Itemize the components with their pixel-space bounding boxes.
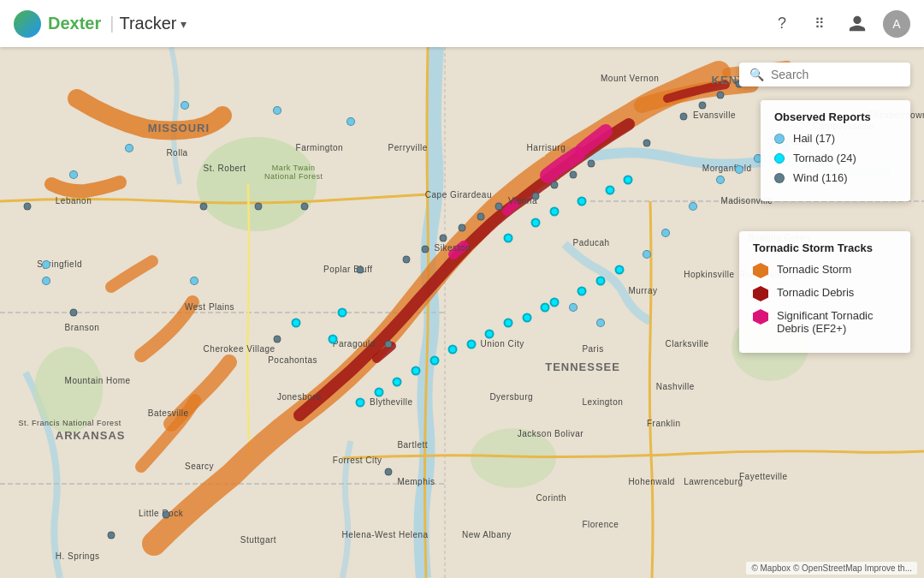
- obs-dot: [569, 303, 578, 312]
- hail-legend-label: Hail (17): [793, 132, 835, 145]
- sig-debris-label: Significant TornadicDebris (EF2+): [777, 309, 874, 335]
- obs-dot: [550, 297, 560, 307]
- map-attribution: © Mapbox © OpenStreetMap Improve th...: [746, 562, 917, 575]
- app-header: Dexter | Tracker ▾ ? ⠿ A: [0, 0, 924, 47]
- city-label: Lawrenceburg: [684, 477, 743, 486]
- obs-dot: [643, 139, 651, 146]
- obs-dot: [448, 345, 458, 355]
- obs-dot: [531, 217, 541, 227]
- module-dropdown[interactable]: ▾: [181, 17, 187, 31]
- account-button[interactable]: [845, 12, 869, 36]
- obs-dot: [680, 112, 688, 120]
- city-label: Poplar Bluff: [323, 265, 373, 274]
- obs-dot: [532, 192, 540, 200]
- obs-dot: [477, 213, 484, 221]
- title-separator: |: [110, 14, 114, 33]
- obs-dot: [273, 106, 281, 115]
- obs-dot: [346, 117, 355, 126]
- search-input[interactable]: [771, 68, 900, 81]
- obs-dot: [255, 203, 263, 211]
- hail-legend-dot: [774, 134, 785, 144]
- city-label: Little Rock: [139, 509, 183, 518]
- city-label: Mountain Home: [65, 376, 131, 385]
- city-label: Jackson: [518, 429, 552, 438]
- city-label: Perryville: [388, 143, 428, 152]
- obs-dot: [412, 366, 421, 376]
- city-label: Bolivar: [554, 429, 583, 438]
- tornadic-debris-item: Tornadic Debris: [753, 286, 897, 301]
- module-name: Tracker: [119, 14, 176, 33]
- city-label: New Albany: [462, 530, 512, 539]
- hail-legend-item: Hail (17): [774, 132, 897, 145]
- obs-dot: [643, 250, 651, 259]
- city-label: Helena-West Helena: [342, 530, 429, 539]
- app-name: Dexter: [48, 14, 101, 33]
- sig-debris-item: Significant TornadicDebris (EF2+): [753, 309, 897, 335]
- apps-button[interactable]: ⠿: [808, 12, 832, 36]
- obs-dot: [374, 388, 383, 397]
- obs-dot: [291, 319, 300, 328]
- obs-dot: [485, 329, 495, 338]
- obs-dot: [569, 170, 577, 178]
- city-label: Nashville: [656, 382, 695, 391]
- city-label: ARKANSAS: [56, 429, 126, 442]
- search-panel: 🔍: [739, 63, 910, 86]
- city-label: Lebanon: [56, 196, 92, 206]
- city-label: Corinth: [536, 493, 566, 503]
- obs-dot: [550, 207, 560, 217]
- obs-dot: [356, 398, 365, 408]
- city-label: Clarksville: [666, 339, 709, 349]
- obs-dot: [624, 176, 633, 185]
- app-logo: [14, 10, 41, 38]
- sig-debris-icon: [753, 309, 768, 325]
- city-label: Hopkinsville: [684, 270, 734, 279]
- obs-dot: [596, 319, 605, 327]
- obs-dot: [551, 182, 559, 189]
- map-container[interactable]: MISSOURIARKANSASTENNESSEEKENTUCKYRollaSt…: [0, 47, 924, 578]
- obs-dot: [698, 102, 706, 110]
- obs-dot: [661, 229, 670, 237]
- city-label: Evansville: [693, 110, 736, 120]
- obs-dot: [384, 468, 392, 476]
- observed-reports-legend: Observed Reports Hail (17) Tornado (24) …: [761, 100, 910, 201]
- obs-dot: [301, 203, 309, 211]
- city-label: Bartlett: [397, 440, 428, 450]
- obs-dot: [125, 144, 133, 152]
- obs-dot: [337, 308, 346, 318]
- user-avatar[interactable]: A: [883, 10, 910, 38]
- obs-dot: [24, 203, 32, 211]
- obs-dot: [614, 265, 624, 275]
- obs-dot: [429, 355, 439, 365]
- city-label: Dyersburg: [489, 392, 533, 402]
- obs-dot: [384, 341, 392, 349]
- city-label: Mark Twain National Forest: [259, 164, 328, 181]
- city-label: Mount Vernon: [601, 74, 659, 83]
- obs-dot: [403, 256, 411, 264]
- city-label: Cherokee Village: [204, 344, 275, 354]
- obs-dot: [495, 203, 503, 211]
- obs-dot: [588, 160, 595, 168]
- obs-dot: [190, 277, 198, 285]
- help-button[interactable]: ?: [770, 12, 794, 36]
- obs-dot: [541, 302, 550, 312]
- city-label: Paris: [582, 344, 603, 354]
- svg-point-1: [197, 137, 317, 231]
- obs-dot: [596, 276, 606, 285]
- obs-dot: [459, 223, 466, 231]
- city-label: MISSOURI: [148, 122, 210, 134]
- tornado-legend-label: Tornado (24): [793, 152, 856, 164]
- city-label: Cape Girardeau: [425, 190, 492, 200]
- obs-dot: [578, 196, 587, 206]
- obs-dot: [42, 260, 50, 269]
- city-label: Batesville: [148, 408, 189, 418]
- city-label: Rolla: [166, 148, 187, 158]
- obs-dot: [466, 340, 476, 349]
- city-label: Vienna: [508, 196, 537, 206]
- obs-dot: [107, 532, 115, 539]
- city-label: Branson: [65, 323, 100, 332]
- tornado-legend-dot: [774, 153, 785, 164]
- obs-dot: [70, 309, 78, 317]
- city-label: Stuttgart: [240, 535, 276, 545]
- tornadic-storm-icon: [753, 263, 768, 278]
- obs-dot: [274, 336, 281, 343]
